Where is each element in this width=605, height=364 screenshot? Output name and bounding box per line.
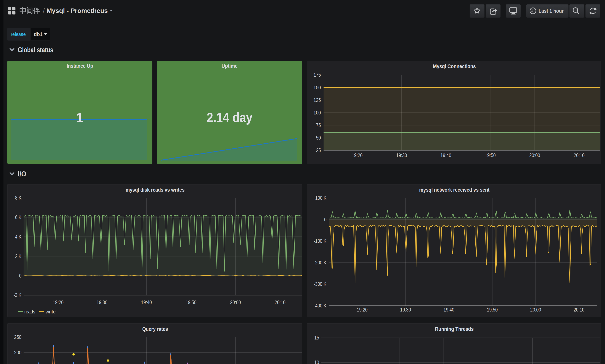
- svg-text:20:00: 20:00: [530, 307, 541, 313]
- svg-text:19:30: 19:30: [400, 307, 411, 313]
- svg-text:-400 K: -400 K: [314, 303, 326, 309]
- svg-text:19:50: 19:50: [487, 307, 498, 313]
- svg-text:Query rates: Query rates: [142, 326, 168, 332]
- svg-text:75: 75: [316, 122, 321, 128]
- svg-text:mysql disk reads vs writes: mysql disk reads vs writes: [126, 187, 185, 193]
- svg-text:19:40: 19:40: [440, 153, 451, 158]
- svg-text:250: 250: [14, 334, 21, 340]
- svg-text:19:40: 19:40: [444, 307, 454, 313]
- svg-text:Mysql - Prometheus: Mysql - Prometheus: [47, 7, 108, 14]
- svg-text:/: /: [43, 7, 45, 14]
- svg-text:20:10: 20:10: [574, 153, 585, 158]
- svg-text:Mysql Connections: Mysql Connections: [433, 63, 476, 69]
- svg-text:100: 100: [313, 110, 321, 116]
- svg-text:2.14 day: 2.14 day: [207, 110, 253, 125]
- svg-text:-2 K: -2 K: [13, 292, 21, 298]
- svg-text:Instance Up: Instance Up: [67, 63, 93, 69]
- svg-text:100 K: 100 K: [315, 195, 326, 201]
- svg-text:20:10: 20:10: [275, 299, 285, 305]
- svg-text:0: 0: [324, 217, 326, 222]
- svg-text:Running Threads: Running Threads: [435, 326, 474, 332]
- svg-text:I/O: I/O: [18, 170, 26, 178]
- svg-text:reads: reads: [24, 309, 35, 315]
- svg-text:175: 175: [313, 72, 321, 78]
- svg-text:19:20: 19:20: [352, 153, 363, 158]
- svg-text:db1: db1: [34, 31, 42, 37]
- svg-text:19:50: 19:50: [186, 299, 196, 305]
- svg-text:19:20: 19:20: [357, 307, 368, 313]
- svg-text:1: 1: [76, 110, 84, 125]
- svg-text:-100 K: -100 K: [314, 238, 326, 244]
- svg-text:-300 K: -300 K: [314, 281, 326, 287]
- svg-text:25: 25: [316, 147, 321, 153]
- svg-text:6 K: 6 K: [15, 214, 21, 220]
- svg-text:10: 10: [314, 360, 319, 364]
- svg-text:19:50: 19:50: [485, 153, 496, 158]
- svg-text:2 K: 2 K: [15, 253, 21, 259]
- svg-text:0: 0: [19, 273, 21, 279]
- svg-text:20:10: 20:10: [574, 307, 585, 313]
- svg-text:20:00: 20:00: [230, 299, 241, 305]
- svg-text:19:20: 19:20: [53, 299, 64, 305]
- svg-text:Uptime: Uptime: [222, 63, 238, 69]
- svg-text:19:40: 19:40: [141, 299, 152, 305]
- svg-text:release: release: [11, 31, 26, 37]
- svg-text:mysql network received vs sent: mysql network received vs sent: [419, 187, 489, 193]
- svg-text:8 K: 8 K: [15, 195, 21, 201]
- svg-text:-200 K: -200 K: [314, 260, 326, 266]
- svg-text:200: 200: [14, 350, 21, 355]
- svg-text:Global status: Global status: [18, 46, 53, 54]
- svg-text:Last 1 hour: Last 1 hour: [538, 8, 564, 14]
- svg-text:write: write: [45, 309, 56, 315]
- svg-text:125: 125: [313, 97, 321, 103]
- svg-text:19:30: 19:30: [396, 153, 407, 158]
- svg-text:4 K: 4 K: [15, 234, 21, 240]
- svg-text:19:30: 19:30: [97, 299, 108, 305]
- svg-text:20:00: 20:00: [529, 153, 540, 158]
- svg-text:15: 15: [314, 335, 319, 341]
- svg-text:50: 50: [316, 135, 321, 141]
- svg-text:150: 150: [313, 85, 321, 91]
